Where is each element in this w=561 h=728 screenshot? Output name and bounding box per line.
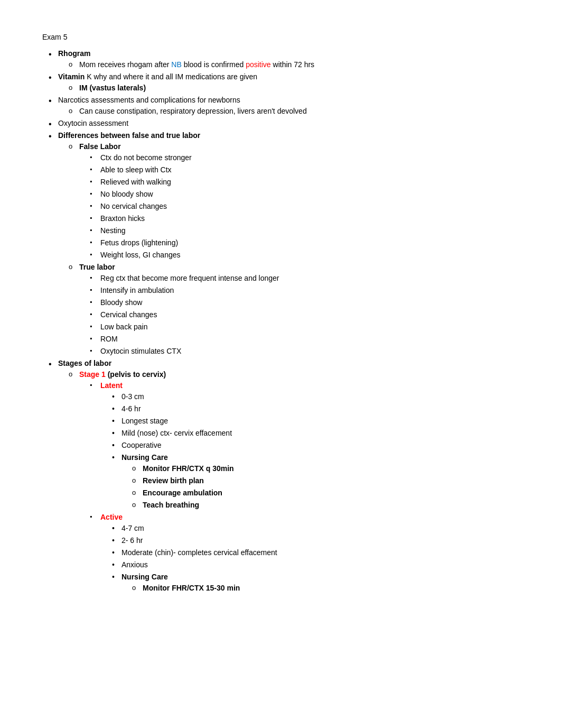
false-labor-label: False Labor — [79, 142, 121, 151]
list-item: Nesting — [100, 225, 529, 236]
list-item: Cervical changes — [100, 309, 529, 320]
active-label: Active — [100, 513, 123, 521]
list-item: Weight loss, GI changes — [100, 250, 529, 261]
stages-sublist: Stage 1 (pelvis to cervix) Latent 0-3 cm… — [58, 369, 529, 594]
list-item: ROM — [100, 334, 529, 345]
nc-item: Monitor FHR/CTX q 30min — [143, 464, 234, 473]
list-item: Bloody show — [100, 297, 529, 308]
page-title: Exam 5 — [42, 32, 529, 43]
true-labor-label: True labor — [79, 263, 115, 271]
false-labor-list: Ctx do not become stronger Able to sleep… — [79, 152, 529, 261]
vitamin-detail: IM (vastus laterals) — [79, 82, 529, 94]
false-labor-item: False Labor Ctx do not become stronger A… — [79, 141, 529, 261]
page-wrapper: Exam 5 Rhogram Mom receives rhogam after… — [42, 32, 529, 594]
nc-item: Encourage ambulation — [143, 489, 222, 497]
list-item-oxytocin: Oxytocin assessment — [58, 118, 529, 129]
list-item: Reg ctx that become more frequent intens… — [100, 273, 529, 284]
narcotics-sublist: Can cause constipation, respiratory depr… — [58, 106, 529, 117]
latent-label: Latent — [100, 381, 123, 390]
list-item: 2- 6 hr — [121, 535, 529, 546]
list-item-differences: Differences between false and true labor… — [58, 130, 529, 357]
list-item: No cervical changes — [100, 201, 529, 212]
true-labor-item: True labor Reg ctx that become more freq… — [79, 262, 529, 357]
nc-item: Monitor FHR/CTX 15-30 min — [143, 584, 240, 592]
nb-text: NB — [171, 60, 181, 69]
active-item: Active 4-7 cm 2- 6 hr Moderate (chin)- c… — [100, 512, 529, 594]
list-item: Intensify in ambulation — [100, 285, 529, 296]
rhogram-label: Rhogram — [58, 49, 90, 58]
stage1-item: Stage 1 (pelvis to cervix) Latent 0-3 cm… — [79, 369, 529, 594]
im-label: IM (vastus laterals) — [79, 84, 146, 92]
nursing-care-label: Nursing Care — [121, 453, 168, 462]
main-list: Rhogram Mom receives rhogam after NB blo… — [42, 48, 529, 594]
list-item: Fetus drops (lightening) — [100, 237, 529, 248]
list-item: Monitor FHR/CTX q 30min — [143, 463, 529, 474]
list-item: 4-6 hr — [121, 403, 529, 414]
list-item: Moderate (chin)- completes cervical effa… — [121, 547, 529, 558]
rhogram-detail: Mom receives rhogam after NB blood is co… — [79, 59, 529, 70]
list-item: Oxytocin stimulates CTX — [100, 346, 529, 357]
stage1-label: Stage 1 — [79, 370, 106, 379]
list-item: Low back pain — [100, 321, 529, 333]
list-item: Longest stage — [121, 416, 529, 427]
vitamin-label: Vitamin — [58, 72, 85, 81]
list-item-rhogram: Rhogram Mom receives rhogam after NB blo… — [58, 48, 529, 70]
differences-label: Differences between false and true labor — [58, 131, 200, 140]
list-item: Relieved with walking — [100, 177, 529, 188]
list-item-vitamin: Vitamin K why and where it and all IM me… — [58, 71, 529, 94]
positive-text: positive — [246, 60, 270, 69]
true-labor-list: Reg ctx that become more frequent intens… — [79, 273, 529, 357]
list-item: Review birth plan — [143, 475, 529, 486]
active-list: 4-7 cm 2- 6 hr Moderate (chin)- complete… — [100, 523, 529, 594]
list-item: Teach breathing — [143, 500, 529, 511]
vitamin-sublist: IM (vastus laterals) — [58, 82, 529, 94]
list-item: Able to sleep with Ctx — [100, 164, 529, 176]
nc-item: Review birth plan — [143, 476, 204, 485]
list-item: Cooperative — [121, 440, 529, 451]
list-item-stages: Stages of labor Stage 1 (pelvis to cervi… — [58, 358, 529, 594]
nursing-care-latent: Nursing Care Monitor FHR/CTX q 30min Rev… — [121, 452, 529, 511]
list-item: No bloody show — [100, 189, 529, 200]
latent-item: Latent 0-3 cm 4-6 hr Longest stage Mild … — [100, 380, 529, 511]
list-item: Braxton hicks — [100, 213, 529, 224]
list-item: Mild (nose) ctx- cervix effacement — [121, 428, 529, 439]
list-item: 0-3 cm — [121, 391, 529, 402]
list-item-narcotics: Narcotics assessments and complications … — [58, 95, 529, 117]
list-item: 4-7 cm — [121, 523, 529, 534]
stages-label: Stages of labor — [58, 359, 111, 367]
differences-sublist: False Labor Ctx do not become stronger A… — [58, 141, 529, 357]
nursing-care-list-latent: Monitor FHR/CTX q 30min Review birth pla… — [121, 463, 529, 511]
nursing-care-active: Nursing Care Monitor FHR/CTX 15-30 min — [121, 572, 529, 594]
list-item: Monitor FHR/CTX 15-30 min — [143, 583, 529, 594]
nc-item: Teach breathing — [143, 501, 199, 509]
latent-list: 0-3 cm 4-6 hr Longest stage Mild (nose) … — [100, 391, 529, 511]
list-item: Ctx do not become stronger — [100, 152, 529, 163]
stage1-list: Latent 0-3 cm 4-6 hr Longest stage Mild … — [79, 380, 529, 594]
nursing-care-label-active: Nursing Care — [121, 573, 168, 581]
nursing-care-list-active: Monitor FHR/CTX 15-30 min — [121, 583, 529, 594]
narcotics-detail: Can cause constipation, respiratory depr… — [79, 106, 529, 117]
list-item: Encourage ambulation — [143, 487, 529, 499]
list-item: Anxious — [121, 559, 529, 570]
rhogram-sublist: Mom receives rhogam after NB blood is co… — [58, 59, 529, 70]
stage1-suffix: (pelvis to cervix) — [106, 370, 166, 379]
